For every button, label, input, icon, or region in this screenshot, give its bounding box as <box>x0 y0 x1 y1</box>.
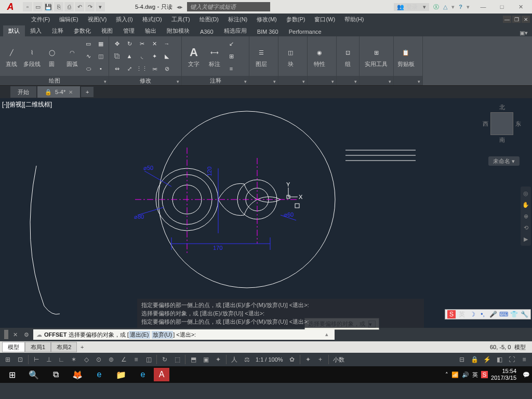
utilities-button[interactable]: ⊞实用工具 <box>362 37 391 75</box>
menu-file[interactable]: 文件(F) <box>27 15 54 24</box>
fillet-icon[interactable]: ◟ <box>136 50 148 62</box>
block-button[interactable]: ◫块 <box>281 37 300 75</box>
ime-lang-icon[interactable]: 英 <box>458 310 466 318</box>
app-logo-icon[interactable]: A <box>2 1 19 13</box>
lock-ui-icon[interactable]: 🔒 <box>469 354 480 365</box>
annotation-monitor-icon[interactable]: + <box>315 354 326 365</box>
menu-tools[interactable]: 工具(T) <box>167 15 194 24</box>
ie-icon[interactable]: e <box>88 367 110 382</box>
qat-more-icon[interactable]: ▾ <box>96 2 105 11</box>
transparency-icon[interactable]: ◫ <box>143 354 154 365</box>
plot-icon[interactable]: ⎙ <box>64 2 74 11</box>
tab-param[interactable]: 参数化 <box>69 25 96 36</box>
ime-mic-icon[interactable]: 🎤 <box>489 310 497 318</box>
text-button[interactable]: A文字 <box>184 37 204 75</box>
scale-icon[interactable]: ⤢ <box>124 63 135 74</box>
menu-window[interactable]: 窗口(W) <box>310 15 339 24</box>
ribbon-collapse-icon[interactable]: ▣▾ <box>515 30 532 36</box>
snap-toggle-icon[interactable]: ⊡ <box>15 354 26 365</box>
orbit-icon[interactable]: ⟲ <box>521 223 530 232</box>
unnamed-view-button[interactable]: 未命名 ▾ <box>488 156 520 166</box>
sogou-tray-icon[interactable]: S <box>481 371 488 378</box>
panel-title[interactable]: ▾ <box>337 76 359 85</box>
volume-icon[interactable]: 🔊 <box>462 371 469 378</box>
tab-layout1[interactable]: 布局1 <box>25 342 51 352</box>
rect-icon[interactable]: ▭ <box>83 38 94 49</box>
space-indicator[interactable]: 模型 <box>514 344 526 350</box>
menu-format[interactable]: 格式(O) <box>138 15 166 24</box>
extend-icon[interactable]: → <box>161 38 172 49</box>
dimension-button[interactable]: ⟷标注 <box>205 37 224 75</box>
gizmo-icon[interactable]: ✦ <box>212 354 224 365</box>
maximize-button[interactable]: □ <box>493 1 511 13</box>
units-readout[interactable]: 小数 <box>331 356 347 364</box>
tab-bim360[interactable]: BIM 360 <box>252 27 284 36</box>
point-icon[interactable]: • <box>95 63 107 74</box>
quickprops-icon[interactable]: ⊟ <box>456 354 468 365</box>
tab-a360[interactable]: A360 <box>195 27 219 36</box>
menu-modify[interactable]: 修改(M) <box>252 15 281 24</box>
leader-icon[interactable]: ↙ <box>225 38 237 49</box>
grid-toggle-icon[interactable]: ⊞ <box>2 354 14 365</box>
move-icon[interactable]: ✥ <box>111 38 123 49</box>
panel-title[interactable]: ▾ <box>278 76 307 85</box>
tab-manage[interactable]: 管理 <box>118 25 140 36</box>
tab-output[interactable]: 输出 <box>140 25 162 36</box>
workspace-icon[interactable]: ✦ <box>302 354 314 365</box>
group-button[interactable]: ⊡组 <box>339 37 356 75</box>
lineweight-icon[interactable]: ≡ <box>130 354 142 365</box>
menu-draw[interactable]: 绘图(D) <box>195 15 223 24</box>
menu-insert[interactable]: 插入(I) <box>112 15 137 24</box>
ime-indicator[interactable]: 英 <box>472 371 478 379</box>
panel-title[interactable]: ▾ <box>308 76 336 85</box>
ellipse-icon[interactable]: ⬭ <box>83 63 94 74</box>
isodraft-icon[interactable]: ◇ <box>81 354 92 365</box>
clean-screen-icon[interactable]: ⛶ <box>506 354 517 365</box>
drag-handle-icon[interactable] <box>4 330 8 339</box>
clipboard-button[interactable]: 📋剪贴板 <box>396 37 416 75</box>
tab-addons[interactable]: 附加模块 <box>162 25 195 36</box>
save-icon[interactable]: 💾 <box>44 2 53 11</box>
arc-button[interactable]: ◠圆弧 <box>62 37 82 75</box>
copy-icon[interactable]: ⿻ <box>111 50 123 62</box>
zoom-extents-icon[interactable]: ⊕ <box>521 211 530 221</box>
tray-chevron-icon[interactable]: ˄ <box>445 371 448 378</box>
redo-icon[interactable]: ↷ <box>85 2 95 11</box>
hatch-icon[interactable]: ▦ <box>95 38 107 49</box>
wifi-icon[interactable]: 📶 <box>451 371 459 378</box>
tab-start[interactable]: 开始 <box>10 86 36 98</box>
ime-tool-icon[interactable]: 🔧 <box>520 310 528 318</box>
customize-status-icon[interactable]: ≡ <box>518 354 530 365</box>
open-icon[interactable]: ▭ <box>33 2 43 11</box>
mdi-minimize-button[interactable]: — <box>503 16 511 23</box>
menu-help[interactable]: 帮助(H) <box>340 15 368 24</box>
clock[interactable]: 15:542017/3/15 <box>491 368 520 381</box>
line-button[interactable]: ╱直线 <box>2 37 21 75</box>
tab-insert[interactable]: 插入 <box>25 25 47 36</box>
panel-title[interactable]: 修改▾ <box>109 76 181 85</box>
new-icon[interactable]: ▫ <box>23 2 32 11</box>
undo-icon[interactable]: ↶ <box>75 2 84 11</box>
hardware-accel-icon[interactable]: ⚡ <box>481 354 493 365</box>
tab-featured[interactable]: 精选应用 <box>219 25 252 36</box>
steering-wheel-icon[interactable]: ◎ <box>521 189 530 198</box>
erase-icon[interactable]: ✕ <box>149 38 160 49</box>
tab-view[interactable]: 视图 <box>96 25 118 36</box>
polar-icon[interactable]: ✶ <box>68 354 79 365</box>
tab-performance[interactable]: Performance <box>284 27 327 36</box>
minimize-button[interactable]: — <box>474 1 493 13</box>
break-icon[interactable]: ⊘ <box>161 63 172 74</box>
command-input[interactable]: ☁ OFFSET 选择要偏移的对象，或 [退出(E) 放弃(U)] <退出>: … <box>33 329 335 340</box>
start-button[interactable]: ⊞ <box>1 367 23 382</box>
new-tab-button[interactable]: + <box>81 87 94 97</box>
menu-param[interactable]: 参数(P) <box>282 15 310 24</box>
menu-edit[interactable]: 编辑(E) <box>55 15 83 24</box>
tab-layout2[interactable]: 布局2 <box>51 342 77 352</box>
close-icon[interactable]: ✕ <box>69 89 73 95</box>
saveas-icon[interactable]: ⎘ <box>54 2 63 11</box>
search-icon[interactable]: 🔍 <box>23 367 45 382</box>
infer-icon[interactable]: ⊢ <box>31 354 42 365</box>
3dosnap-icon[interactable]: ⊚ <box>105 354 117 365</box>
edge-icon[interactable]: e <box>132 367 154 382</box>
sogou-icon[interactable]: S <box>447 310 456 318</box>
